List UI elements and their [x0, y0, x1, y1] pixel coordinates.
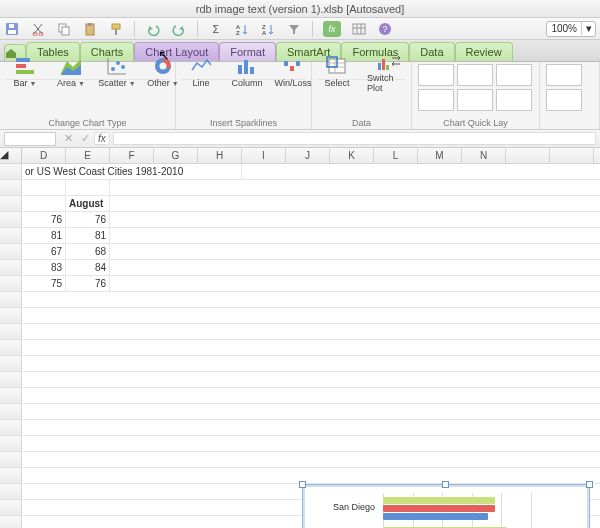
switch-plot-icon [376, 50, 402, 72]
copy-icon[interactable] [56, 21, 72, 37]
svg-rect-6 [62, 27, 69, 35]
formula-input[interactable] [113, 132, 596, 145]
window-title: rdb image text (version 1).xlsb [Autosav… [196, 3, 404, 15]
svg-rect-9 [112, 24, 120, 29]
sparkline-winloss-button[interactable]: Win/Loss [274, 64, 312, 79]
area-chart-icon [58, 55, 84, 77]
svg-text:A: A [262, 30, 266, 35]
scatter-chart-icon [104, 55, 130, 77]
chart-type-area-button[interactable]: Area▼ [52, 64, 90, 79]
svg-rect-2 [9, 24, 14, 28]
svg-rect-1 [8, 30, 16, 34]
svg-rect-26 [238, 65, 242, 74]
svg-rect-36 [386, 65, 389, 70]
group-label: Insert Sparklines [176, 118, 311, 128]
svg-rect-19 [16, 64, 26, 68]
fx-icon[interactable]: fx [323, 21, 341, 37]
sort-asc-icon[interactable]: AZ [234, 21, 250, 37]
formula-bar: ✕ ✓ fx [0, 130, 600, 148]
svg-rect-8 [88, 23, 92, 26]
select-data-button[interactable]: Select [318, 64, 356, 79]
filter-icon[interactable] [286, 21, 302, 37]
sparkline-column-icon [234, 55, 260, 77]
grid-rows[interactable]: or US West Coast Cities 1981-2010 August… [0, 164, 600, 528]
save-icon[interactable] [4, 21, 20, 37]
group-label: Chart Quick Lay [412, 118, 539, 128]
svg-text:Z: Z [236, 30, 240, 35]
chart-bar[interactable] [383, 505, 495, 512]
svg-point-21 [111, 67, 115, 71]
group-chart-quick-layouts-more [540, 62, 600, 129]
bar-chart-icon [12, 55, 38, 77]
cut-icon[interactable] [30, 21, 46, 37]
autosum-icon[interactable]: Σ [208, 21, 224, 37]
zoom-control[interactable]: 100% ▾ [546, 21, 596, 37]
svg-rect-20 [16, 70, 34, 74]
spreadsheet-grid: ◢ DEFGHIJKLMN or US West Coast Cities 19… [0, 148, 600, 528]
group-insert-sparklines: Line Column Win/Loss Insert Sparklines [176, 62, 312, 129]
svg-rect-34 [378, 63, 381, 70]
chart-bar[interactable] [383, 513, 488, 520]
svg-rect-18 [16, 58, 30, 62]
tab-data[interactable]: Data [409, 42, 454, 61]
group-data: Select Switch Plot Data [312, 62, 412, 129]
svg-rect-15 [353, 24, 365, 34]
name-box[interactable] [4, 132, 56, 146]
show-formulas-icon[interactable] [351, 21, 367, 37]
chart-type-scatter-button[interactable]: Scatter▼ [98, 64, 136, 79]
svg-rect-10 [115, 29, 117, 35]
ribbon: Bar▼ Area▼ Scatter▼ Other▼ Change Chart … [0, 62, 600, 130]
svg-point-22 [116, 61, 120, 65]
svg-rect-28 [250, 67, 254, 74]
svg-point-25 [160, 63, 167, 70]
column-headers[interactable]: ◢ DEFGHIJKLMN [0, 148, 600, 164]
svg-rect-30 [290, 66, 294, 71]
svg-rect-35 [382, 59, 385, 70]
chevron-down-icon[interactable]: ▾ [581, 22, 595, 35]
format-painter-icon[interactable] [108, 21, 124, 37]
select-all-corner[interactable]: ◢ [0, 148, 22, 163]
group-chart-quick-layouts: Chart Quick Lay [412, 62, 540, 129]
donut-chart-icon [150, 55, 176, 77]
redo-icon[interactable] [171, 21, 187, 37]
insert-function-icon[interactable]: fx [94, 132, 110, 145]
cancel-icon[interactable]: ✕ [60, 132, 77, 145]
switch-plot-button[interactable]: Switch Plot [364, 64, 414, 79]
help-icon[interactable]: ? [377, 21, 393, 37]
sparkline-winloss-icon [280, 55, 306, 77]
undo-icon[interactable] [145, 21, 161, 37]
svg-rect-31 [296, 61, 300, 66]
sparkline-line-icon [188, 55, 214, 77]
chart-plot-area[interactable]: San DiegoLos AngelesSan FranciscoPortlan… [315, 493, 527, 528]
group-label: Data [312, 118, 411, 128]
select-data-icon [324, 55, 350, 77]
paste-icon[interactable] [82, 21, 98, 37]
embedded-chart[interactable]: San DiegoLos AngelesSan FranciscoPortlan… [302, 484, 590, 528]
svg-text:?: ? [382, 24, 387, 34]
sort-desc-icon[interactable]: ZA [260, 21, 276, 37]
group-label: Change Chart Type [0, 118, 175, 128]
group-change-chart-type: Bar▼ Area▼ Scatter▼ Other▼ Change Chart … [0, 62, 176, 129]
svg-rect-29 [284, 61, 288, 66]
enter-icon[interactable]: ✓ [77, 132, 94, 145]
zoom-value: 100% [547, 23, 581, 34]
window-titlebar: rdb image text (version 1).xlsb [Autosav… [0, 0, 600, 18]
quick-layout-gallery[interactable] [418, 64, 533, 111]
chart-type-bar-button[interactable]: Bar▼ [6, 64, 44, 79]
chart-category-label: San Diego [315, 502, 379, 512]
sparkline-column-button[interactable]: Column [228, 64, 266, 79]
tab-review[interactable]: Review [455, 42, 513, 61]
svg-point-23 [121, 65, 125, 69]
chart-bar[interactable] [383, 497, 495, 504]
quick-access-toolbar: Σ AZ ZA fx ? 100% ▾ [0, 18, 600, 40]
sparkline-line-button[interactable]: Line [182, 64, 220, 79]
svg-rect-27 [244, 60, 248, 74]
